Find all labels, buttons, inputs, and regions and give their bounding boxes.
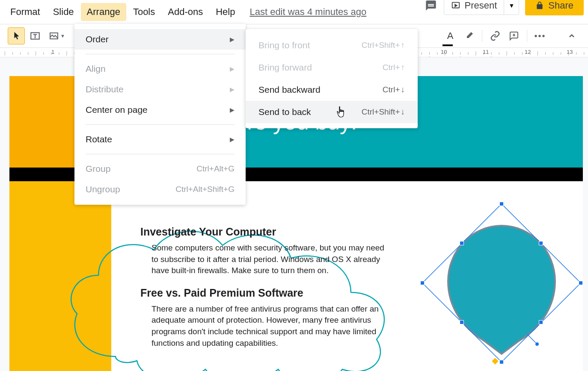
text-color-tool[interactable]: A xyxy=(442,27,459,44)
selection-handle[interactable] xyxy=(499,360,504,364)
collapse-toolbar[interactable] xyxy=(563,27,580,44)
textbox-tool[interactable] xyxy=(27,27,44,44)
arrange-menu: Order ▶ Align ▶ Distribute ▶ Center on p… xyxy=(74,24,246,205)
menu-send-backward[interactable]: Send backward Ctrl+↓ xyxy=(246,79,418,101)
adjust-handle[interactable] xyxy=(492,358,499,365)
selection-handle[interactable] xyxy=(579,281,583,285)
menu-help[interactable]: Help xyxy=(210,3,241,21)
menu-slide[interactable]: Slide xyxy=(47,3,80,21)
menubar: Format Slide Arrange Tools Add-ons Help … xyxy=(0,0,588,24)
menu-center-on-page[interactable]: Center on page ▶ xyxy=(74,100,246,120)
section2-title: Free vs. Paid Premium Software xyxy=(140,287,389,299)
present-label: Present xyxy=(465,0,497,11)
comment-icon[interactable] xyxy=(424,0,438,12)
menu-ungroup: Ungroup Ctrl+Alt+Shift+G xyxy=(74,179,246,200)
selection-handle[interactable] xyxy=(499,202,504,206)
menu-group: Group Ctrl+Alt+G xyxy=(74,159,246,179)
image-tool[interactable]: ▼ xyxy=(45,27,68,44)
menu-order[interactable]: Order ▶ xyxy=(74,29,246,50)
submenu-arrow-icon: ▶ xyxy=(230,86,235,93)
order-submenu: Bring to front Ctrl+Shift+↑ Bring forwar… xyxy=(246,29,418,128)
select-tool[interactable] xyxy=(8,27,25,44)
submenu-arrow-icon: ▶ xyxy=(230,65,235,72)
menu-arrange[interactable]: Arrange xyxy=(81,3,126,21)
comment-tool[interactable] xyxy=(505,27,523,44)
menu-rotate[interactable]: Rotate ▶ xyxy=(74,129,246,150)
section1-body: Some computers come with security softwa… xyxy=(151,242,389,277)
menu-tools[interactable]: Tools xyxy=(127,3,161,21)
share-label: Share xyxy=(548,0,573,11)
present-dropdown-arrow[interactable]: ▼ xyxy=(504,2,519,9)
teal-teardrop-shape[interactable] xyxy=(446,221,557,358)
menu-send-to-back[interactable]: Send to back Ctrl+Shift+↓ xyxy=(246,101,418,123)
submenu-arrow-icon: ▶ xyxy=(230,36,235,43)
menu-addons[interactable]: Add-ons xyxy=(162,3,209,21)
highlight-tool[interactable] xyxy=(460,27,478,44)
slide-content: Investigate Your Computer Some computers… xyxy=(140,226,389,359)
share-button[interactable]: Share xyxy=(525,0,584,15)
menu-align: Align ▶ xyxy=(74,59,246,79)
top-right-controls: Present ▼ Share xyxy=(424,0,584,15)
menu-bring-to-front: Bring to front Ctrl+Shift+↑ xyxy=(246,34,418,56)
last-edit-link[interactable]: Last edit was 4 minutes ago xyxy=(249,6,366,18)
submenu-arrow-icon: ▶ xyxy=(230,136,235,143)
menu-bring-forward: Bring forward Ctrl+↑ xyxy=(246,56,418,79)
menu-format[interactable]: Format xyxy=(4,3,46,21)
menu-distribute: Distribute ▶ xyxy=(74,79,246,100)
more-tool[interactable]: ••• xyxy=(532,27,549,44)
section2-body: There are a number of free antivirus pro… xyxy=(151,303,389,349)
present-button[interactable]: Present ▼ xyxy=(444,0,520,15)
submenu-arrow-icon: ▶ xyxy=(230,106,235,113)
section1-title: Investigate Your Computer xyxy=(140,226,389,238)
link-tool[interactable] xyxy=(487,27,504,44)
